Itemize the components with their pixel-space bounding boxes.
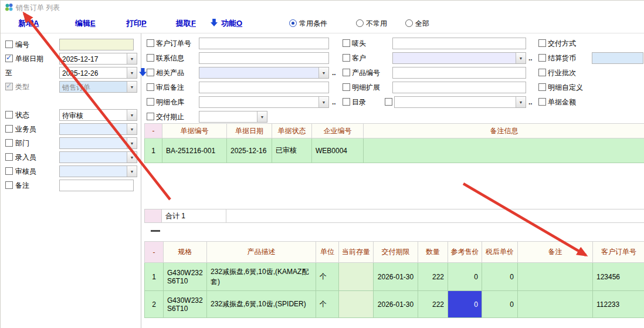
radio-all[interactable]: [405, 19, 413, 27]
filter-detail-ext-checkbox[interactable]: [343, 83, 350, 91]
filter-shipping-mark-checkbox[interactable]: [343, 39, 350, 47]
detail-cell-remark[interactable]: [518, 263, 593, 291]
filter-product-no-input[interactable]: [392, 67, 526, 79]
filter-settle-currency-checkbox[interactable]: [538, 54, 546, 62]
date-from-dropdown-icon[interactable]: ▼: [127, 53, 137, 64]
detail-cell-qty[interactable]: 222: [418, 263, 448, 291]
entry-clerk-combo-dropdown-icon[interactable]: ▼: [127, 152, 137, 163]
auditor-combo-dropdown-icon[interactable]: ▼: [127, 166, 137, 177]
detail-row[interactable]: 2 G430W232S6T10 232减振盘,6簧,10齿,(SPIDER) 个…: [145, 291, 644, 318]
salesman-combo-dropdown-icon[interactable]: ▼: [127, 124, 137, 134]
detail-cell-desc[interactable]: 232减振盘,6簧,10齿,(SPIDER): [207, 291, 316, 318]
catalog-combo-dropdown-icon[interactable]: ▼: [516, 97, 526, 107]
filter-entry-clerk-checkbox[interactable]: [5, 153, 13, 161]
detail-warehouse-more-button[interactable]: ..: [332, 97, 336, 107]
type-combo-dropdown-icon[interactable]: ▼: [127, 82, 137, 92]
detail-cell-after-tax-price[interactable]: 0: [482, 291, 518, 318]
date-to-picker[interactable]: 2025-12-26 ▼: [59, 67, 137, 79]
detail-row[interactable]: 1 G430W232S6T10 232减振盘,6簧,10齿,(KAMAZ配套) …: [145, 263, 644, 291]
print-button[interactable]: 打印P: [126, 18, 147, 29]
status-combo-dropdown-icon[interactable]: ▼: [127, 110, 137, 120]
detail-cell-ref-price-selected[interactable]: 0: [448, 291, 482, 318]
related-product-combo-dropdown-icon[interactable]: ▼: [318, 67, 328, 78]
date-from-picker[interactable]: 2025-12-17 ▼: [59, 53, 137, 65]
filter-customer-checkbox[interactable]: [343, 54, 350, 62]
filter-shipping-mark-input[interactable]: [392, 38, 526, 49]
detail-cell-qty[interactable]: 222: [418, 291, 448, 318]
filter-settle-currency-input[interactable]: [592, 52, 643, 64]
radio-common-conditions[interactable]: [289, 19, 297, 27]
detail-warehouse-combo-dropdown-icon[interactable]: ▼: [318, 97, 328, 107]
detail-cell-stock[interactable]: [339, 291, 374, 318]
filter-related-product-checkbox[interactable]: [147, 69, 154, 76]
order-cell-doc-no[interactable]: BA-251216-001: [162, 138, 227, 163]
filter-remark-input[interactable]: [59, 180, 134, 191]
filter-delivery-method-checkbox[interactable]: [538, 39, 546, 47]
related-product-combo[interactable]: ▼: [199, 67, 329, 79]
detail-cell-spec[interactable]: G430W232S6T10: [164, 291, 207, 318]
status-combo[interactable]: 待审核 ▼: [59, 109, 137, 121]
filter-delivery-end-checkbox[interactable]: [147, 113, 154, 120]
detail-cell-after-tax-price[interactable]: 0: [482, 263, 518, 291]
filter-number-input[interactable]: [59, 39, 134, 50]
new-button[interactable]: 新增A: [18, 18, 39, 29]
filter-industry-batch-checkbox[interactable]: [538, 69, 546, 76]
detail-row-number[interactable]: 1: [145, 263, 164, 291]
auditor-combo[interactable]: ▼: [59, 165, 137, 177]
customer-combo[interactable]: ▼: [392, 52, 526, 64]
detail-cell-customer-order-no[interactable]: 112233: [593, 291, 644, 318]
dept-combo[interactable]: ▼: [59, 137, 137, 149]
detail-cell-desc[interactable]: 232减振盘,6簧,10齿,(KAMAZ配套): [207, 263, 316, 291]
filter-remark-checkbox[interactable]: [5, 181, 13, 189]
order-cell-remark[interactable]: [364, 138, 644, 163]
delivery-end-date-picker[interactable]: ▼: [199, 111, 267, 123]
filter-detail-custom-checkbox[interactable]: [538, 83, 546, 91]
detail-cell-ref-price[interactable]: 0: [448, 263, 482, 291]
edit-button[interactable]: 编辑E: [75, 18, 96, 29]
delivery-end-dropdown-icon[interactable]: ▼: [257, 111, 267, 122]
filter-contact-info-input[interactable]: [199, 52, 329, 64]
catalog-combo[interactable]: ▼: [394, 96, 526, 108]
detail-cell-spec[interactable]: G430W232S6T10: [164, 263, 207, 291]
filter-type-checkbox[interactable]: [5, 83, 13, 90]
order-cell-date[interactable]: 2025-12-16: [227, 138, 272, 163]
filter-detail-warehouse-checkbox[interactable]: [147, 98, 154, 106]
detail-row-number[interactable]: 2: [145, 291, 164, 318]
filter-dept-checkbox[interactable]: [5, 139, 13, 147]
filter-doc-amount-checkbox[interactable]: [538, 98, 546, 106]
order-row-number[interactable]: 1: [145, 138, 162, 163]
detail-cell-unit[interactable]: 个: [316, 291, 339, 318]
customer-more-button[interactable]: ..: [528, 53, 533, 63]
detail-warehouse-combo[interactable]: ▼: [199, 96, 329, 108]
filter-product-no-checkbox[interactable]: [343, 69, 350, 76]
filter-post-audit-remark-input[interactable]: [199, 82, 329, 93]
date-to-dropdown-icon[interactable]: ▼: [127, 67, 137, 78]
filter-customer-order-no-input[interactable]: [199, 38, 329, 49]
detail-cell-unit[interactable]: 个: [316, 263, 339, 291]
order-cell-company-no[interactable]: WEB0004: [312, 138, 364, 163]
filter-doc-date-checkbox[interactable]: [5, 55, 13, 62]
filter-salesman-checkbox[interactable]: [5, 125, 13, 133]
filter-status-checkbox[interactable]: [5, 111, 13, 119]
detail-cell-customer-order-no[interactable]: 123456: [593, 263, 644, 291]
function-button[interactable]: 功能O: [221, 18, 242, 29]
filter-post-audit-remark-checkbox[interactable]: [147, 83, 154, 91]
detail-cell-deadline[interactable]: 2026-01-30: [374, 263, 418, 291]
filter-catalog-checkbox[interactable]: [343, 98, 350, 106]
blue-down-arrow-icon[interactable]: [139, 68, 147, 76]
filter-detail-ext-input[interactable]: [392, 82, 526, 93]
catalog-option-checkbox[interactable]: [385, 98, 392, 106]
detail-cell-deadline[interactable]: 2026-01-30: [374, 291, 418, 318]
catalog-more-button[interactable]: ..: [528, 97, 533, 107]
order-row[interactable]: 1 BA-251216-001 2025-12-16 已审核 WEB0004: [145, 138, 644, 163]
extract-button[interactable]: 提取F: [176, 18, 196, 29]
filter-customer-order-no-checkbox[interactable]: [147, 39, 154, 47]
detail-cell-stock[interactable]: [339, 263, 374, 291]
detail-cell-remark[interactable]: [518, 291, 593, 318]
order-cell-status[interactable]: 已审核: [272, 138, 312, 163]
radio-uncommon[interactable]: [356, 19, 364, 27]
type-combo[interactable]: 销售订单 ▼: [59, 81, 137, 93]
filter-number-checkbox[interactable]: [5, 40, 13, 48]
filter-contact-info-checkbox[interactable]: [147, 54, 154, 62]
dept-combo-dropdown-icon[interactable]: ▼: [127, 138, 137, 148]
